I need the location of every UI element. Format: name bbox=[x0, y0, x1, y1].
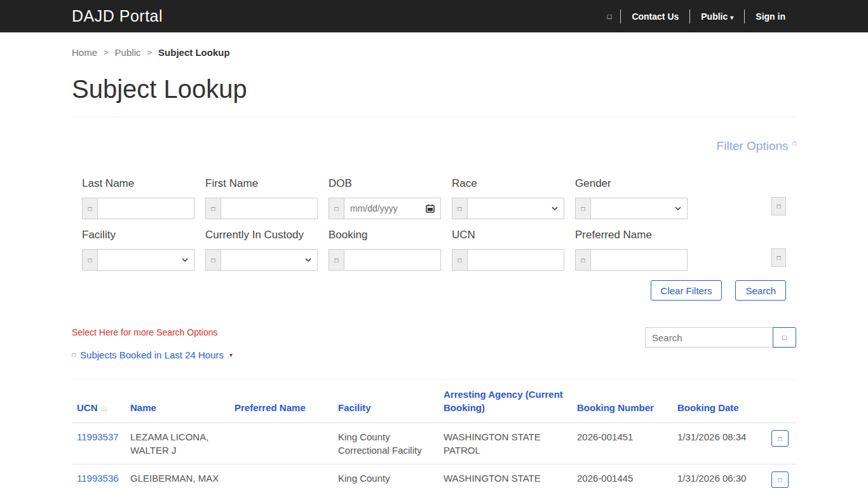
nav-public-menu[interactable]: Public▾ bbox=[690, 11, 744, 22]
cell-facility: King County Correctional Facility bbox=[333, 423, 438, 464]
person-icon: □ bbox=[83, 198, 98, 219]
calendar-icon[interactable] bbox=[426, 204, 435, 213]
row-detail-button[interactable]: □ bbox=[771, 430, 789, 447]
ucn-link[interactable]: 11993537 bbox=[77, 431, 119, 442]
booking-input[interactable] bbox=[344, 250, 440, 270]
breadcrumb-current: Subject Lookup bbox=[158, 47, 230, 58]
dob-field: DOB □ mm/dd/yyyy bbox=[329, 177, 441, 219]
top-navbar: DAJD Portal □ Contact Us Public▾ Sign in bbox=[0, 0, 868, 32]
calendar-addon-icon: □ bbox=[329, 198, 344, 219]
preferred-name-input[interactable] bbox=[591, 250, 687, 270]
cell-booking-number: 2026-001451 bbox=[572, 423, 672, 464]
custody-field: Currently In Custody □ bbox=[205, 229, 318, 271]
breadcrumb-separator: > bbox=[147, 48, 152, 57]
custody-addon-icon: □ bbox=[206, 250, 221, 270]
facility-label: Facility bbox=[82, 229, 194, 241]
breadcrumb-separator: > bbox=[104, 48, 109, 57]
booking-addon-icon: □ bbox=[329, 250, 344, 270]
title-divider bbox=[72, 116, 796, 117]
filter-row-1: Last Name □ First Name □ DOB □ mm/dd bbox=[82, 177, 786, 219]
gender-addon-icon: □ bbox=[576, 198, 591, 219]
sort-icon: □ bbox=[102, 405, 107, 412]
table-row: 11993536 GLEIBERMAN, MAX EVERETT King Co… bbox=[72, 464, 796, 488]
col-header-ucn[interactable]: UCN□ bbox=[72, 380, 125, 423]
race-label: Race bbox=[452, 177, 564, 190]
table-search-button[interactable]: □ bbox=[773, 327, 796, 348]
col-header-booking-date[interactable]: Booking Date bbox=[672, 380, 766, 423]
ucn-addon-icon: □ bbox=[452, 250, 468, 270]
nav-contact-us[interactable]: Contact Us bbox=[621, 11, 689, 22]
cell-agency: WASHINGTON STATE PATROL bbox=[438, 464, 572, 488]
race-select[interactable] bbox=[468, 198, 564, 219]
col-header-facility[interactable]: Facility bbox=[333, 380, 438, 423]
col-header-name[interactable]: Name bbox=[125, 380, 229, 423]
dob-date-input[interactable]: mm/dd/yyyy bbox=[344, 198, 440, 219]
table-header-row: UCN□ Name Preferred Name Facility Arrest… bbox=[72, 380, 796, 423]
ucn-label: UCN bbox=[452, 229, 564, 241]
last-name-input[interactable] bbox=[98, 198, 194, 219]
row2-addon-icon: □ bbox=[771, 248, 786, 267]
cell-facility: King County Correctional Facility bbox=[333, 464, 438, 488]
cell-name: GLEIBERMAN, MAX EVERETT bbox=[125, 464, 229, 488]
facility-field: Facility □ bbox=[82, 229, 194, 271]
table-row: 11993537 LEZAMA LICONA, WALTER J King Co… bbox=[72, 423, 796, 464]
breadcrumb-public[interactable]: Public bbox=[115, 47, 141, 58]
results-table: UCN□ Name Preferred Name Facility Arrest… bbox=[72, 379, 796, 488]
brand-title: DAJD Portal bbox=[72, 7, 163, 25]
chevron-down-icon: ▾ bbox=[730, 14, 733, 21]
document-icon: □ bbox=[778, 435, 782, 442]
search-button[interactable]: Search bbox=[735, 280, 786, 301]
custody-label: Currently In Custody bbox=[205, 229, 318, 241]
facility-addon-icon: □ bbox=[83, 250, 98, 270]
col-header-booking-number[interactable]: Booking Number bbox=[572, 380, 672, 423]
booking-label: Booking bbox=[329, 229, 441, 241]
chevron-down-icon bbox=[182, 258, 188, 262]
first-name-label: First Name bbox=[205, 177, 318, 190]
col-header-actions bbox=[766, 380, 796, 423]
last-name-label: Last Name bbox=[82, 177, 194, 190]
booking-field: Booking □ bbox=[329, 229, 441, 271]
gender-select[interactable] bbox=[591, 198, 687, 219]
filter-options-label: Filter Options bbox=[717, 139, 789, 152]
preferred-name-field: Preferred Name □ bbox=[575, 229, 688, 271]
nav-sign-in[interactable]: Sign in bbox=[745, 11, 796, 22]
first-name-field: First Name □ bbox=[205, 177, 318, 219]
race-addon-icon: □ bbox=[452, 198, 468, 219]
gender-field: Gender □ bbox=[575, 177, 688, 219]
cell-booking-number: 2026-001445 bbox=[572, 464, 672, 488]
col-header-arresting-agency[interactable]: Arresting Agency (Current Booking) bbox=[438, 380, 572, 423]
ucn-link[interactable]: 11993536 bbox=[77, 473, 119, 484]
filter-row-2: Facility □ Currently In Custody □ bbox=[82, 229, 786, 271]
facility-select[interactable] bbox=[98, 250, 194, 270]
col-header-preferred-name[interactable]: Preferred Name bbox=[229, 380, 333, 423]
cell-name: LEZAMA LICONA, WALTER J bbox=[125, 423, 229, 464]
ucn-field: UCN □ bbox=[452, 229, 564, 271]
booked-last-24-hours-label: Subjects Booked in Last 24 Hours bbox=[80, 349, 224, 360]
col-header-ucn-label: UCN bbox=[77, 402, 98, 413]
breadcrumb-home[interactable]: Home bbox=[72, 47, 97, 58]
breadcrumb: Home > Public > Subject Lookup bbox=[72, 32, 796, 58]
document-icon: □ bbox=[778, 477, 782, 484]
chevron-down-icon bbox=[552, 207, 558, 210]
cell-agency: WASHINGTON STATE PATROL bbox=[438, 423, 572, 464]
search-links: Select Here for more Search Options □ Su… bbox=[72, 327, 233, 360]
cell-preferred-name bbox=[229, 423, 333, 464]
first-name-input[interactable] bbox=[221, 198, 317, 219]
preferred-name-addon-icon: □ bbox=[576, 250, 591, 270]
row-detail-button[interactable]: □ bbox=[771, 471, 789, 488]
custody-select[interactable] bbox=[221, 250, 317, 270]
filter-options-toggle[interactable]: Filter Options□ bbox=[717, 139, 796, 152]
table-search-input[interactable] bbox=[645, 327, 773, 348]
dob-label: DOB bbox=[329, 177, 441, 190]
row1-addon-icon: □ bbox=[771, 197, 786, 215]
booked-last-24-hours-link[interactable]: □ Subjects Booked in Last 24 Hours ▾ bbox=[72, 349, 233, 360]
table-search-group: □ bbox=[645, 327, 796, 348]
page-title: Subject Lookup bbox=[72, 75, 796, 104]
clear-filters-button[interactable]: Clear Filters bbox=[651, 280, 722, 301]
search-icon[interactable]: □ bbox=[599, 13, 621, 20]
ucn-input[interactable] bbox=[468, 250, 564, 270]
more-search-options-link[interactable]: Select Here for more Search Options bbox=[72, 327, 233, 337]
dob-placeholder: mm/dd/yyyy bbox=[350, 203, 398, 214]
chevron-down-icon bbox=[305, 258, 311, 262]
chevron-down-icon bbox=[675, 207, 681, 210]
